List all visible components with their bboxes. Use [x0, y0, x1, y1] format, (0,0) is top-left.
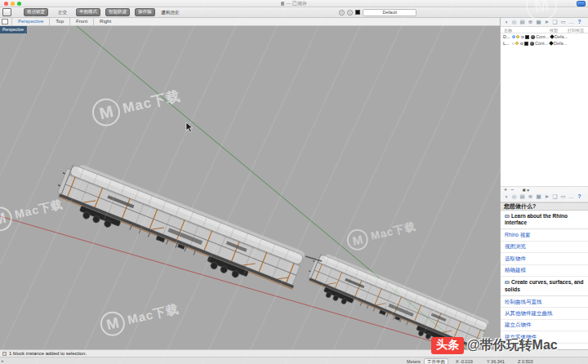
target-icon[interactable]: ◎ [510, 20, 518, 25]
linetype-value[interactable]: Cont... [535, 41, 548, 46]
planar-mode-button[interactable]: 平面模式 [76, 8, 100, 17]
help-section-create[interactable]: Create curves, surfaces, and solids [501, 277, 588, 296]
add-layer-button[interactable]: + [504, 187, 507, 193]
render-mode-icon[interactable] [339, 10, 345, 16]
layer-menu-button[interactable]: ✱ ▾ [522, 188, 529, 193]
display-mode-select[interactable]: Default [363, 9, 416, 16]
visibility-bulb-icon[interactable] [515, 42, 519, 45]
right-sidebar: ◑ ◎ ▤ ⊕ ▦ ➤ ❑ ▭ … ? 名称 线型 打印线宽 D... Cont… [500, 18, 588, 349]
train-wagon-2[interactable] [302, 250, 491, 349]
toutiao-label: 头条 [431, 337, 464, 354]
history-window-icon[interactable] [2, 352, 7, 356]
print-color-icon[interactable] [550, 34, 555, 39]
help-link[interactable]: 从其他物件建立曲线 [501, 308, 588, 319]
remove-layer-button[interactable]: − [510, 187, 514, 193]
viewport-tab-bar: Perspective Top Front Right [0, 18, 500, 26]
help-link[interactable]: Rhino 视窗 [501, 229, 588, 241]
sidebar-toggle-icon[interactable] [577, 1, 586, 7]
lock-icon[interactable] [520, 42, 523, 45]
help-link[interactable]: 绘制曲线与直线 [501, 296, 588, 308]
properties-icon[interactable]: ▤ [519, 20, 526, 25]
four-viewports-icon[interactable] [2, 19, 8, 24]
color-swatch-icon[interactable] [355, 10, 360, 15]
layers-footer: + − ✱ ▾ [501, 186, 588, 193]
command-prompt-caret[interactable]: ▸ [2, 358, 4, 363]
material-icon[interactable] [531, 35, 535, 39]
layer-color-swatch[interactable] [525, 35, 529, 39]
cursor-icon[interactable]: ➤ [543, 194, 550, 200]
help-link[interactable]: 建立点物件 [501, 320, 588, 331]
document-icon [281, 2, 284, 6]
help-link[interactable]: 选取物件 [501, 253, 588, 264]
layers-icon[interactable]: ❑ [551, 20, 559, 25]
help-link[interactable]: 视图浏览 [501, 242, 588, 253]
tab-top[interactable]: Top [49, 18, 69, 25]
status-message: 1 block instance added to selection. [9, 351, 87, 356]
printwidth-value[interactable]: Defa... [555, 34, 566, 39]
viewport-canvas[interactable] [0, 26, 500, 349]
col-name: 名称 [504, 28, 512, 33]
display-icon[interactable]: ◑ [502, 194, 510, 200]
layer-row-layer01[interactable]: L... Cont... Defa... [501, 40, 588, 47]
perspective-viewport[interactable]: Perspective [0, 26, 500, 349]
layer-row-default[interactable]: D... Cont... Defa... [501, 33, 588, 40]
panel-tabs-bottom: ◑ ◎ ▤ ⊕ ▦ ➤ ❑ ▭ … ? [501, 193, 588, 202]
tab-right[interactable]: Right [93, 18, 117, 25]
col-printwidth: 打印线宽 [568, 28, 584, 33]
viewport-label-badge[interactable]: Perspective [0, 26, 27, 33]
gumball-button[interactable]: 操作轴 [135, 8, 155, 17]
target-icon[interactable]: ◎ [510, 194, 518, 200]
units-label[interactable]: Meters [407, 359, 421, 364]
layer-name[interactable]: L... [503, 41, 510, 46]
print-color-icon[interactable] [549, 41, 554, 46]
help-link-list: Learn about the Rhino interface Rhino 视窗… [501, 211, 588, 350]
book-icon [505, 215, 510, 218]
display-icon[interactable]: ◑ [502, 20, 510, 25]
tab-front[interactable]: Front [69, 18, 93, 25]
current-layer-icon[interactable] [512, 42, 514, 45]
web-icon[interactable]: ⊕ [527, 20, 534, 25]
title-bar: — 已储存 [0, 0, 588, 7]
help-icon[interactable]: ? [576, 20, 583, 25]
status-coordinate-bar: ▸ Meters 工作平面 X -0.019 Y 36.341 Z 0.503 [0, 357, 588, 364]
help-section-interface[interactable]: Learn about the Rhino interface [501, 211, 588, 230]
col-linetype: 线型 [550, 28, 558, 33]
tab-perspective[interactable]: Perspective [11, 18, 49, 25]
rhino-app-window: — 已储存 格点锁定 正交 平面模式 智能轨迹 操作轴 建构历史 Default… [0, 0, 588, 364]
smarttrack-button[interactable]: 智能轨迹 [105, 8, 130, 17]
layout-window-icon[interactable] [2, 8, 11, 16]
notes-icon[interactable]: … [568, 194, 575, 200]
grid-snap-button[interactable]: 格点锁定 [24, 8, 48, 17]
visibility-bulb-icon[interactable] [516, 35, 519, 38]
history-label[interactable]: 建构历史 [162, 10, 180, 16]
current-layer-icon[interactable] [512, 35, 515, 38]
account-handle: @带你玩转Mac [467, 337, 558, 354]
cplane-button[interactable]: 工作平面 [424, 358, 448, 364]
coord-z: Z 0.503 [518, 359, 533, 364]
properties-icon[interactable]: ▤ [519, 194, 526, 200]
panel-icon[interactable]: ▭ [559, 194, 567, 200]
layers-empty-area[interactable] [501, 47, 588, 186]
top-toolbar: 格点锁定 正交 平面模式 智能轨迹 操作轴 建构历史 Default [0, 7, 588, 18]
layer-color-swatch[interactable] [524, 42, 528, 46]
materials-icon[interactable]: ▦ [535, 20, 542, 25]
train-wagon-1[interactable] [50, 159, 306, 299]
mouse-cursor [186, 122, 193, 132]
material-icon[interactable] [530, 42, 534, 46]
help-link[interactable]: 精确建模 [501, 265, 588, 277]
web-icon[interactable]: ⊕ [527, 194, 534, 200]
ortho-label[interactable]: 正交 [58, 10, 67, 16]
panel-icon[interactable]: ▭ [559, 20, 567, 25]
notes-icon[interactable]: … [568, 20, 575, 25]
layer-name[interactable]: D... [503, 34, 510, 39]
layers-icon[interactable]: ❑ [551, 194, 559, 200]
help-icon[interactable]: ? [576, 194, 583, 200]
toutiao-watermark-badge: 头条 @带你玩转Mac [431, 337, 558, 354]
printwidth-value[interactable]: Defa... [554, 41, 565, 46]
cursor-icon[interactable]: ➤ [543, 20, 550, 25]
shaded-mode-icon[interactable] [347, 10, 353, 16]
materials-icon[interactable]: ▦ [535, 194, 542, 200]
linetype-value[interactable]: Cont... [536, 34, 549, 39]
coord-y: Y 36.341 [487, 359, 505, 364]
lock-icon[interactable] [521, 36, 524, 38]
